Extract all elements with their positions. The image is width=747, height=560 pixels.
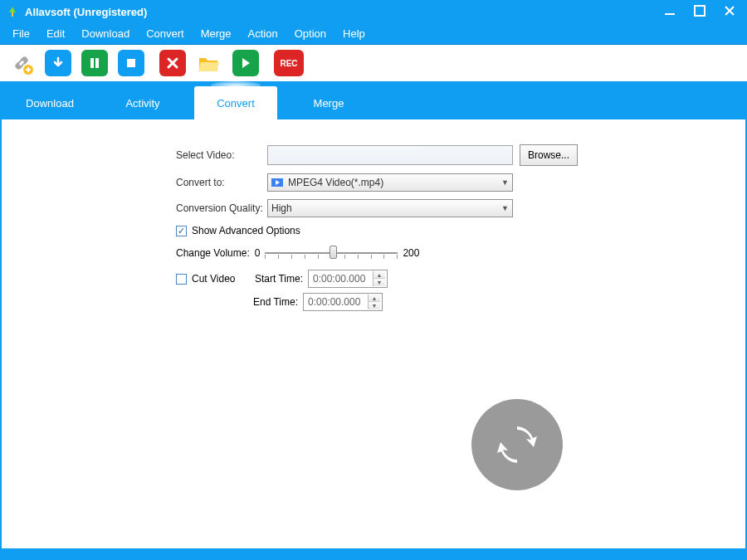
window-title: Allavsoft (Unregistered): [25, 6, 664, 18]
tab-merge[interactable]: Merge: [287, 86, 370, 119]
minimize-button[interactable]: [664, 5, 676, 18]
spinner-down-icon[interactable]: ▼: [369, 302, 380, 309]
select-video-input[interactable]: [267, 145, 513, 165]
tab-download-label: Download: [26, 97, 74, 110]
change-volume-label: Change Volume:: [176, 247, 250, 259]
menu-file[interactable]: File: [5, 24, 37, 43]
tab-convert[interactable]: Convert: [194, 86, 277, 119]
quality-label: Conversion Quality:: [176, 202, 267, 214]
refresh-icon: [494, 421, 540, 468]
tab-convert-label: Convert: [217, 97, 255, 110]
maximize-button[interactable]: [694, 5, 706, 18]
svg-rect-1: [665, 13, 675, 15]
app-icon: [7, 6, 18, 17]
spinner-down-icon[interactable]: ▼: [374, 279, 385, 286]
tab-activity-label: Activity: [125, 97, 159, 110]
menu-download[interactable]: Download: [74, 24, 137, 43]
record-button[interactable]: REC: [274, 50, 304, 76]
start-time-value: 0:00:00.000: [313, 273, 365, 285]
svg-rect-8: [27, 67, 29, 72]
end-time-value: 0:00:00.000: [308, 296, 360, 308]
menu-action[interactable]: Action: [241, 24, 286, 43]
svg-rect-0: [12, 12, 13, 17]
show-advanced-label: Show Advanced Options: [192, 225, 300, 236]
open-folder-button[interactable]: [196, 50, 222, 76]
menu-bar: File Edit Download Convert Merge Action …: [0, 23, 747, 45]
footer-bar: [0, 550, 747, 560]
tab-download[interactable]: Download: [8, 86, 91, 119]
end-time-input[interactable]: 0:00:00.000 ▲▼: [303, 293, 383, 311]
download-arrow-button[interactable]: [45, 50, 71, 76]
delete-button[interactable]: [159, 50, 186, 76]
menu-convert[interactable]: Convert: [139, 24, 192, 43]
convert-to-label: Convert to:: [176, 177, 267, 188]
content-area: Select Video: Browse... Convert to: MPEG…: [0, 119, 747, 550]
volume-max: 200: [403, 247, 419, 259]
tab-activity[interactable]: Activity: [101, 86, 184, 119]
convert-start-button[interactable]: [471, 399, 563, 490]
svg-rect-11: [127, 59, 135, 67]
paste-url-button[interactable]: [8, 50, 35, 76]
start-time-input[interactable]: 0:00:00.000 ▲▼: [308, 270, 388, 288]
menu-edit[interactable]: Edit: [39, 24, 72, 43]
browse-button[interactable]: Browse...: [520, 144, 578, 166]
svg-rect-10: [95, 58, 99, 68]
svg-rect-9: [90, 58, 94, 68]
volume-slider[interactable]: [265, 245, 398, 261]
quality-select[interactable]: High ▼: [267, 199, 513, 217]
convert-form: Select Video: Browse... Convert to: MPEG…: [176, 144, 729, 311]
stop-button[interactable]: [118, 50, 144, 76]
menu-help[interactable]: Help: [335, 24, 373, 43]
quality-value: High: [271, 202, 292, 214]
tab-strip: Download Activity Convert Merge: [0, 83, 747, 119]
start-time-label: Start Time:: [250, 273, 303, 285]
menu-merge[interactable]: Merge: [193, 24, 239, 43]
spinner-up-icon[interactable]: ▲: [369, 295, 380, 302]
close-button[interactable]: [724, 5, 735, 18]
cut-video-label: Cut Video: [192, 273, 250, 285]
convert-to-select[interactable]: MPEG4 Video(*.mp4) ▼: [267, 173, 513, 192]
convert-to-value: MPEG4 Video(*.mp4): [288, 177, 383, 188]
pause-button[interactable]: [81, 50, 108, 76]
cut-video-checkbox[interactable]: [176, 274, 187, 285]
menu-option[interactable]: Option: [287, 24, 334, 43]
volume-min: 0: [255, 247, 261, 259]
end-time-label: End Time:: [245, 296, 298, 308]
chevron-down-icon: ▼: [501, 178, 509, 187]
video-format-icon: [271, 178, 283, 187]
show-advanced-checkbox[interactable]: [176, 226, 187, 236]
window-controls: [664, 5, 740, 18]
select-video-label: Select Video:: [176, 149, 267, 161]
chevron-down-icon: ▼: [501, 204, 509, 212]
spinner-up-icon[interactable]: ▲: [374, 271, 385, 279]
tab-merge-label: Merge: [314, 97, 344, 110]
svg-rect-2: [695, 6, 705, 16]
slider-thumb[interactable]: [330, 246, 337, 259]
title-bar: Allavsoft (Unregistered): [0, 0, 747, 23]
toolbar: REC: [0, 45, 747, 83]
play-button[interactable]: [232, 50, 259, 76]
